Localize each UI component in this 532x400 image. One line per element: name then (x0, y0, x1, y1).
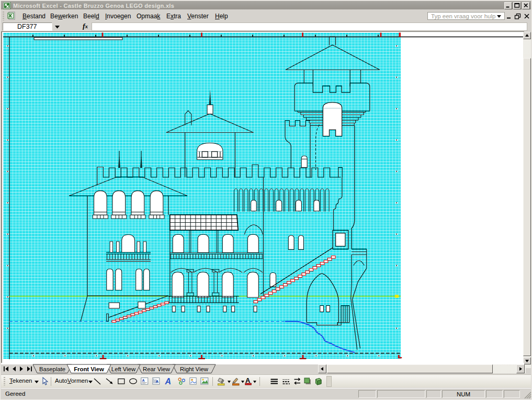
svg-text:A: A (165, 377, 171, 386)
svg-text:Left View: Left View (111, 366, 136, 372)
svg-text:Right View: Right View (180, 366, 209, 372)
svg-text:A: A (156, 379, 159, 384)
svg-text:Front View: Front View (74, 366, 104, 372)
svg-text:Rear View: Rear View (143, 366, 171, 372)
svg-text:Baseplate: Baseplate (39, 366, 65, 372)
svg-text:A: A (142, 379, 144, 382)
